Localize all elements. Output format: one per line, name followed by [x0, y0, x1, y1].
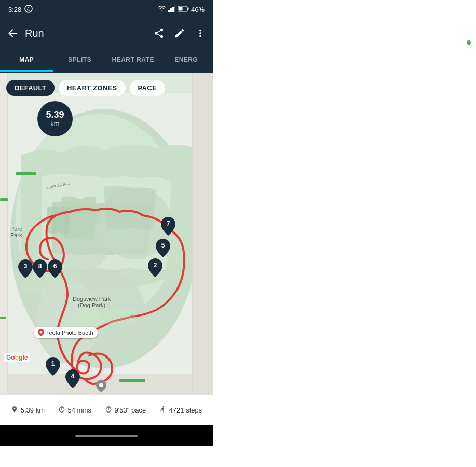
mile-marker-5: 5: [156, 239, 170, 259]
mile-marker-7: 7: [161, 217, 175, 238]
page-title: Run: [25, 28, 153, 39]
time-display: 3:28: [8, 6, 21, 13]
distance-badge: 5.39 km: [37, 101, 73, 136]
park-label: Parc Park: [10, 226, 22, 238]
green-accent-bottom: [119, 379, 145, 382]
photo-booth-label: Teefa Photo Booth: [46, 329, 93, 336]
photo-booth-marker: Teefa Photo Booth: [34, 327, 98, 338]
svg-rect-4: [170, 8, 172, 12]
whatsapp-icon: [24, 5, 33, 15]
svg-text:4: 4: [71, 373, 75, 380]
edit-button[interactable]: [173, 27, 186, 39]
tab-energy[interactable]: ENERG: [160, 48, 213, 72]
green-accent-left-mid: [0, 317, 6, 319]
steps-stat-value: 4721 steps: [169, 406, 202, 414]
stat-time: 54 mins: [58, 406, 92, 415]
distance-unit: km: [50, 120, 59, 128]
time-icon: [58, 406, 65, 415]
svg-text:6: 6: [53, 263, 57, 270]
svg-point-0: [25, 5, 32, 12]
svg-marker-2: [161, 10, 163, 11]
tab-map[interactable]: MAP: [0, 48, 53, 72]
share-button[interactable]: [153, 27, 165, 39]
tab-splits[interactable]: SPLITS: [53, 48, 107, 72]
svg-point-33: [40, 331, 43, 334]
distance-stat-value: 5.39 km: [21, 406, 45, 414]
stat-pace: 9'53" pace: [105, 406, 146, 415]
location-marker: [96, 380, 106, 394]
mile-marker-3: 3: [18, 259, 33, 280]
svg-point-1: [28, 7, 29, 8]
svg-point-34: [99, 383, 103, 387]
distance-value: 5.39: [46, 110, 64, 120]
stats-bar: 5.39 km 54 mins 9'53" pace: [0, 394, 213, 425]
svg-text:3: 3: [24, 263, 28, 270]
svg-rect-20: [0, 73, 8, 394]
time-stat-value: 54 mins: [68, 406, 92, 414]
steps-icon: [159, 406, 167, 415]
status-bar: 3:28: [0, 0, 213, 19]
green-dot-accent: [467, 40, 471, 45]
mile-marker-2: 2: [148, 258, 162, 279]
map-area[interactable]: Canuck A... DEFAULT HEART ZONES PACE 5.3…: [0, 73, 213, 394]
green-accent-top: [16, 172, 36, 175]
svg-rect-5: [172, 7, 174, 12]
svg-rect-3: [168, 10, 170, 12]
mile-marker-1: 1: [46, 357, 60, 378]
svg-text:2: 2: [154, 262, 157, 269]
svg-rect-19: [0, 374, 213, 394]
app-bar-actions: [153, 27, 207, 39]
distance-icon: [11, 406, 18, 415]
pace-icon: [105, 406, 112, 415]
google-logo: Google: [4, 353, 30, 362]
more-button[interactable]: [194, 27, 207, 39]
battery-percent: 46%: [191, 6, 205, 13]
svg-rect-6: [174, 6, 175, 12]
right-panel: [213, 0, 476, 467]
green-accent-left-top: [0, 198, 8, 201]
nav-indicator: [75, 435, 138, 437]
tab-bar: MAP SPLITS HEART RATE ENERG: [0, 48, 213, 73]
svg-text:1: 1: [51, 360, 55, 367]
map-svg: Canuck A...: [0, 73, 213, 394]
nav-bar: [0, 425, 213, 446]
svg-text:7: 7: [167, 220, 170, 227]
dogsview-label: Dogsview Park (Dog Park): [73, 296, 111, 308]
filter-heartzones-button[interactable]: HEART ZONES: [59, 80, 125, 96]
mile-marker-6: 6: [48, 259, 62, 280]
svg-rect-8: [187, 7, 188, 10]
stat-distance: 5.39 km: [11, 406, 45, 415]
mile-marker-8: 8: [33, 259, 47, 280]
battery-icon: [178, 6, 189, 13]
tab-heartrate[interactable]: HEART RATE: [106, 48, 160, 72]
pace-stat-value: 9'53" pace: [115, 406, 146, 414]
filter-pace-button[interactable]: PACE: [130, 80, 165, 96]
svg-rect-24: [73, 309, 135, 324]
svg-rect-18: [192, 73, 213, 394]
stat-steps: 4721 steps: [159, 406, 202, 415]
app-bar: Run: [0, 19, 213, 48]
mile-marker-4: 4: [65, 369, 80, 390]
svg-text:8: 8: [38, 263, 42, 270]
wifi-icon: [158, 6, 166, 13]
svg-text:5: 5: [161, 242, 165, 249]
back-button[interactable]: [6, 27, 19, 39]
svg-rect-9: [178, 7, 182, 10]
filter-default-button[interactable]: DEFAULT: [6, 80, 55, 96]
map-filters: DEFAULT HEART ZONES PACE: [6, 80, 165, 96]
signal-icon: [168, 6, 175, 13]
